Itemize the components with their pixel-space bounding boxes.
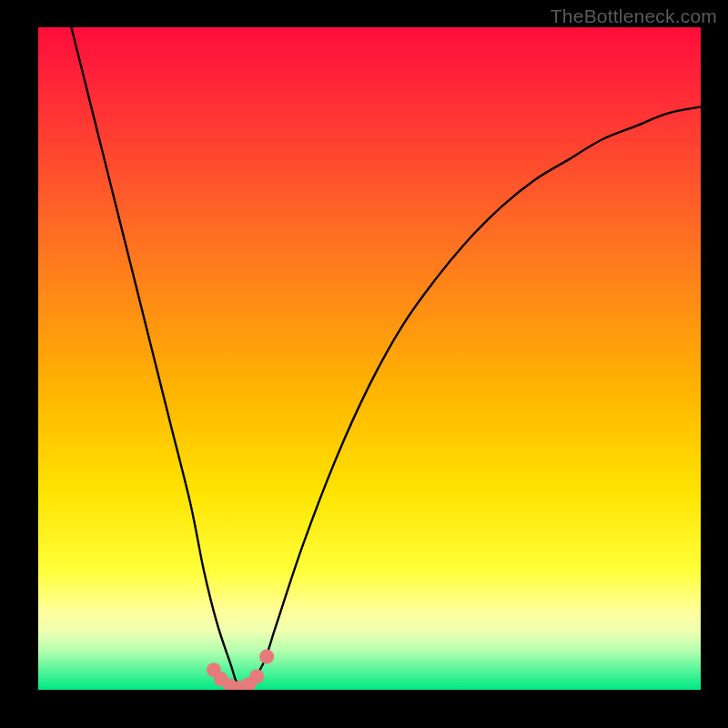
trough-marker: [259, 650, 274, 664]
watermark-text: TheBottleneck.com: [551, 5, 717, 27]
curve-svg: [38, 27, 701, 690]
chart-frame: TheBottleneck.com: [0, 0, 728, 728]
plot-area: [38, 27, 701, 690]
trough-marker: [249, 669, 264, 683]
trough-markers: [207, 650, 274, 690]
bottleneck-curve: [71, 27, 701, 690]
